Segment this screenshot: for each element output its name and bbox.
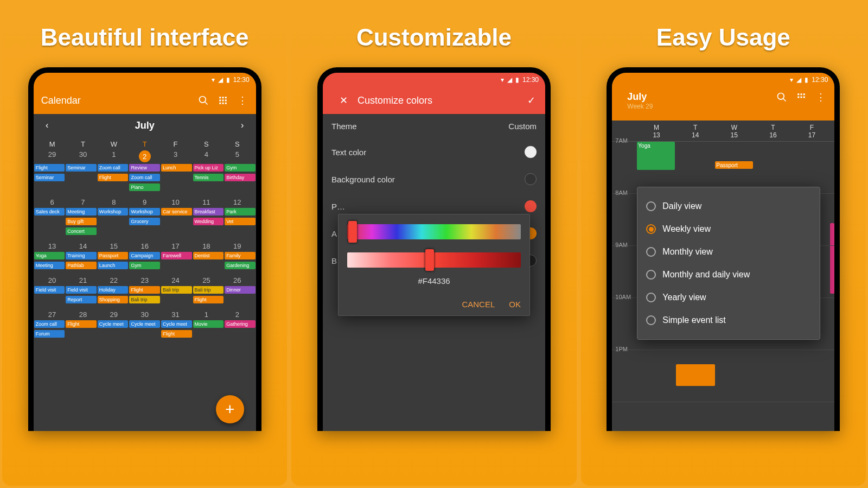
event-chip[interactable]: Flight [193,296,224,303]
view-option[interactable]: Simple event list [643,309,814,332]
week-day-cell[interactable]: W15 [715,124,754,139]
next-month-icon[interactable]: › [237,119,248,131]
theme-row[interactable]: Theme Custom [323,114,545,138]
date-cell[interactable]: 29 [37,150,68,162]
event-chip[interactable]: Buy gift [66,218,97,225]
event-chip[interactable]: Campaign [129,252,160,259]
event-chip[interactable]: Breakfast [193,208,224,216]
event-chip[interactable]: Farewell [161,252,192,259]
text-color-row[interactable]: Text color [323,138,545,166]
event-chip[interactable]: Pathlab [66,262,97,269]
event-chip[interactable]: Holiday [98,286,129,294]
view-option[interactable]: Monthly view [643,240,814,263]
cancel-button[interactable]: CANCEL [462,300,495,309]
more-icon[interactable]: ⋮ [237,94,248,106]
view-option[interactable]: Weekly view [643,218,814,240]
event-chip[interactable]: Meeting [66,208,97,216]
calendar-grid[interactable]: 293012345FlightSeminarZoom callReviewLun… [34,149,256,344]
view-option[interactable]: Monthly and daily view [643,263,814,286]
date-cell[interactable]: 23 [129,276,160,284]
event-chip[interactable]: Cycle meet [98,320,129,328]
view-grid-icon[interactable] [795,91,807,103]
date-cell[interactable]: 31 [160,310,191,319]
search-icon[interactable] [197,94,209,106]
date-cell[interactable]: 29 [98,310,129,319]
event-chip[interactable]: Yoga [34,252,65,259]
event-chip[interactable]: Forum [34,330,65,338]
event-chip[interactable]: Zoom call [129,174,160,181]
date-cell[interactable]: 30 [68,150,99,162]
date-cell[interactable]: 19 [222,242,253,250]
date-cell[interactable]: 13 [37,242,68,250]
event-chip[interactable]: Bali trip [161,286,192,294]
shade-thumb[interactable] [425,249,434,271]
date-cell[interactable]: 27 [37,310,68,319]
search-icon[interactable] [776,91,788,103]
hue-thumb[interactable] [348,221,357,243]
date-cell[interactable]: 14 [68,242,99,250]
week-day-cell[interactable]: T14 [676,124,715,139]
date-cell[interactable]: 28 [68,310,99,319]
date-cell[interactable]: 25 [191,276,222,284]
event-chip[interactable]: Passport [98,252,129,259]
date-cell[interactable]: 16 [129,242,160,250]
date-cell[interactable]: 3 [160,150,191,162]
date-cell[interactable]: 21 [68,276,99,284]
bg-color-row[interactable]: Background color [323,166,545,193]
week-day-cell[interactable]: F17 [793,124,832,139]
event-chip[interactable]: Training [66,252,97,259]
date-cell[interactable]: 8 [98,198,129,206]
date-cell[interactable]: 9 [129,198,160,206]
view-grid-icon[interactable] [217,94,229,106]
date-cell[interactable]: 4 [191,150,222,162]
date-cell[interactable]: 2 [222,310,253,319]
event-chip[interactable]: Shopping [98,296,129,303]
event-chip[interactable]: Dinner [225,286,256,294]
close-icon[interactable]: ✕ [338,94,350,106]
event-chip[interactable]: Vet [225,218,256,225]
date-cell[interactable]: 10 [160,198,191,206]
date-cell[interactable]: 1 [98,150,129,162]
date-cell[interactable]: 24 [160,276,191,284]
event-chip[interactable]: Gym [129,262,160,269]
event-chip[interactable]: Bali trip [129,296,160,303]
event-chip[interactable]: Cycle meet [161,320,192,328]
date-cell[interactable]: 30 [129,310,160,319]
date-cell[interactable]: 17 [160,242,191,250]
event-chip[interactable]: Bali trip [193,286,224,294]
event-chip[interactable]: Park [225,208,256,216]
event-chip[interactable]: Field visit [66,286,97,294]
shade-slider[interactable] [347,252,521,268]
event-chip[interactable]: Birthday [225,174,256,181]
event-chip[interactable]: Flight [129,286,160,294]
week-day-cell[interactable]: T16 [754,124,793,139]
event-chip[interactable]: Field visit [34,286,65,294]
event-chip[interactable]: Family [225,252,256,259]
event-chip[interactable]: Launch [98,262,129,269]
event-chip[interactable]: Gathering [225,320,256,328]
event-chip[interactable]: Report [66,296,97,303]
date-cell[interactable]: 20 [37,276,68,284]
view-option[interactable]: Yearly view [643,286,814,309]
event-chip[interactable]: Pick up Liz [193,164,224,172]
event-chip[interactable]: Lunch [161,164,192,172]
event-chip[interactable]: Meeting [34,262,65,269]
date-cell[interactable]: 6 [37,198,68,206]
date-cell[interactable]: 15 [98,242,129,250]
date-cell[interactable]: 12 [222,198,253,206]
event-chip[interactable]: Review [129,164,160,172]
event-chip[interactable]: Zoom call [34,320,65,328]
event-chip[interactable]: Flight [34,164,65,172]
event-chip[interactable]: Seminar [66,164,97,172]
event-chip[interactable]: Wedding [193,218,224,225]
event-chip[interactable]: Flight [98,174,129,181]
event-chip[interactable]: Grocery [129,218,160,225]
date-cell[interactable]: 18 [191,242,222,250]
event-chip[interactable]: Flight [66,320,97,328]
event-chip[interactable]: Tennis [193,174,224,181]
event-chip[interactable]: Cycle meet [129,320,160,328]
event-chip[interactable]: Car service [161,208,192,216]
event-chip[interactable]: Gym [225,164,256,172]
hue-slider[interactable] [347,224,521,239]
date-cell[interactable]: 1 [191,310,222,319]
